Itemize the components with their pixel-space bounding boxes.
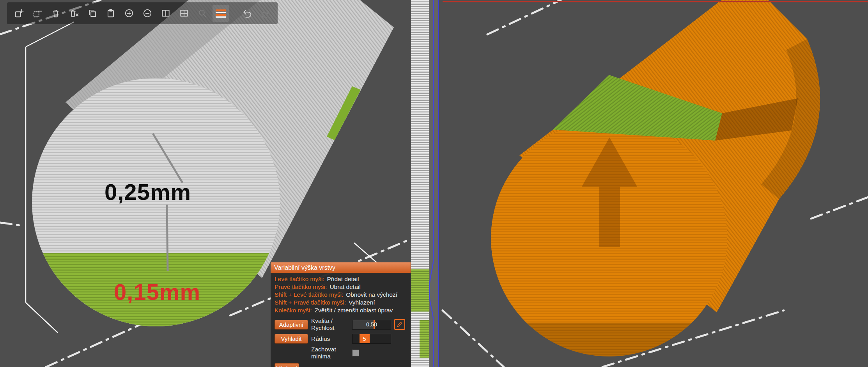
copy-icon [87, 8, 97, 18]
adaptive-button[interactable]: Adaptivní [275, 320, 308, 330]
undo-icon [242, 8, 253, 19]
add-object-icon [14, 8, 24, 18]
search-button[interactable] [194, 5, 211, 22]
radius-value: 5 [363, 336, 366, 342]
panel-controls: Adaptivní Kvalita / Rychlost 0,50 Vyhlad… [271, 316, 411, 360]
delete-all-button[interactable] [66, 5, 82, 22]
undo-button[interactable] [239, 5, 255, 22]
hint-label: Shift + Pravé tlačítko myši: [275, 299, 346, 306]
radius-label: Rádius [311, 335, 349, 342]
hint-shift-right-click: Shift + Pravé tlačítko myši:Vyhlazení [275, 299, 407, 306]
quality-speed-slider[interactable]: 0,50 [352, 320, 391, 330]
quality-speed-label: Kvalita / Rychlost [311, 317, 349, 331]
hint-value: Vyhlazení [349, 299, 375, 306]
hint-label: Pravé tlačítko myši: [275, 283, 327, 290]
layer-height-annotation-bottom: 0,15mm [114, 279, 200, 305]
remove-instance-icon [142, 8, 152, 18]
slicer-layer-editor: 0,25mm 0,15mm Variabilní výška vrstvy Le… [0, 0, 868, 367]
hint-value: Obnovit na výchozí [346, 291, 397, 298]
split-to-objects-icon [161, 8, 171, 18]
remove-object-icon [32, 8, 43, 18]
split-to-parts-icon [179, 8, 189, 18]
add-instance-icon [124, 8, 134, 18]
remove-object-button[interactable] [29, 5, 46, 22]
add-object-button[interactable] [11, 5, 27, 22]
delete-button[interactable] [48, 5, 64, 22]
pencil-icon [396, 321, 403, 328]
mouse-hints: Levé tlačítko myši:Přidat detail Pravé t… [271, 273, 411, 316]
radius-value-segment[interactable]: 5 [360, 334, 370, 343]
hint-shift-left-click: Shift + Levé tlačítko myši:Obnovit na vý… [275, 291, 407, 299]
reset-button[interactable]: Výchozí [275, 363, 299, 367]
variable-layer-height-button[interactable] [213, 5, 229, 22]
keep-min-label: Zachovat minima [311, 346, 349, 360]
hint-label: Kolečko myši: [275, 307, 312, 314]
redo-button[interactable] [257, 5, 274, 22]
hint-value: Ubrat detail [329, 283, 360, 290]
paste-icon [106, 8, 116, 18]
hint-mouse-wheel: Kolečko myši:Zvětšit / zmenšit oblast úp… [275, 306, 407, 314]
radius-slider[interactable]: 5 [352, 334, 391, 344]
reset-row: Výchozí [271, 360, 411, 367]
hint-value: Přidat detail [327, 276, 359, 282]
delete-icon [51, 8, 61, 18]
variable-layer-height-icon [216, 8, 226, 18]
split-to-objects-button[interactable] [158, 5, 174, 22]
scene-toolbar [7, 2, 278, 24]
delete-all-icon [69, 8, 79, 18]
search-icon [197, 8, 207, 18]
remove-instance-button[interactable] [139, 5, 156, 22]
layer-profile-strip[interactable] [411, 0, 439, 367]
hint-value: Zvětšit / zmenšit oblast úprav [315, 307, 393, 314]
panel-title: Variabilní výška vrstvy [271, 262, 411, 273]
copy-button[interactable] [84, 5, 101, 22]
hint-label: Levé tlačítko myši: [275, 276, 324, 282]
variable-layer-height-panel: Variabilní výška vrstvy Levé tlačítko my… [271, 262, 411, 367]
split-to-parts-button[interactable] [176, 5, 192, 22]
add-instance-button[interactable] [121, 5, 137, 22]
smooth-button[interactable]: Vyhladit [275, 334, 308, 344]
hint-left-click: Levé tlačítko myši:Přidat detail [275, 275, 407, 283]
edit-value-button[interactable] [394, 319, 405, 330]
redo-icon [260, 8, 271, 19]
layer-height-annotation-top: 0,25mm [105, 179, 191, 205]
hint-right-click: Pravé tlačítko myši:Ubrat detail [275, 283, 407, 291]
keep-min-checkbox[interactable] [352, 349, 359, 356]
hint-label: Shift + Levé tlačítko myši: [275, 291, 343, 298]
right-3d-viewport[interactable] [439, 0, 868, 367]
paste-button[interactable] [103, 5, 119, 22]
quality-speed-value: 0,50 [366, 321, 377, 328]
